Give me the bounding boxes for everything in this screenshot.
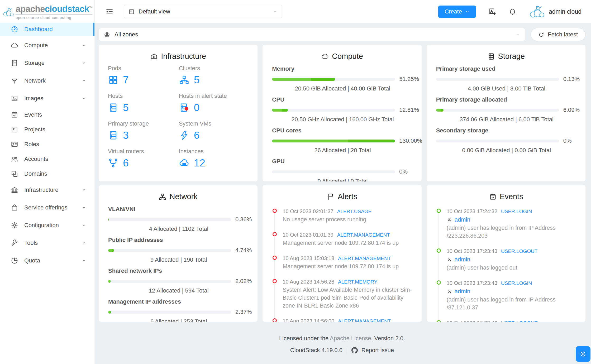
bell-icon[interactable] <box>508 8 517 16</box>
apache-license-link[interactable]: Apache License <box>330 335 371 342</box>
stat-value-row[interactable]: 7 <box>108 74 179 86</box>
stat-value-row[interactable]: 3 <box>108 130 179 141</box>
bank-icon <box>11 186 18 194</box>
stat-value-row[interactable]: 12 <box>179 157 250 169</box>
progress-fill <box>108 249 114 252</box>
reload-icon <box>538 32 544 38</box>
stat-value: 0 <box>194 102 200 113</box>
timeline-dot-icon <box>437 280 441 285</box>
stat-value-row[interactable]: 6 <box>108 157 179 169</box>
dashboard-icon <box>11 25 18 33</box>
sidebar-item-roles[interactable]: Roles <box>0 138 94 151</box>
sidebar-item-label: Infrastructure <box>24 186 75 193</box>
chevron-down-icon <box>81 205 87 210</box>
blocks-icon <box>11 170 18 178</box>
item-type-link[interactable]: USER.LOGIN <box>501 209 532 214</box>
item-type-link[interactable]: ALERT.MANAGEMENT <box>337 232 390 238</box>
calendar-check-icon <box>11 111 18 119</box>
sidebar: apachecloudstack™ open source cloud comp… <box>0 0 95 364</box>
sidebar-item-projects[interactable]: Projects <box>0 123 94 136</box>
brand-logo[interactable]: apachecloudstack™ open source cloud comp… <box>0 0 94 23</box>
menu-fold-icon[interactable] <box>105 7 114 16</box>
progress-track <box>436 78 559 81</box>
item-user-link[interactable]: admin <box>455 215 470 224</box>
stat-label: Hosts <box>108 93 179 99</box>
view-select[interactable]: Default view <box>124 5 282 18</box>
events-card-title: Events <box>427 185 585 202</box>
item-type-link[interactable]: USER.LOGOUT <box>501 248 537 254</box>
item-timestamp: 10 Aug 2023 14:56:28 <box>283 279 334 285</box>
report-issue-link[interactable]: Report issue <box>361 347 394 354</box>
item-type-link[interactable]: ALERT.MEMORY <box>338 279 377 285</box>
sidebar-item-storage[interactable]: Storage <box>0 55 94 71</box>
stat-instances: Instances12 <box>179 148 250 169</box>
item-type-link[interactable]: USER.LOGOUT <box>501 320 537 322</box>
stat-value-row[interactable]: 5 <box>179 74 250 86</box>
item-user-link[interactable]: admin <box>455 287 470 296</box>
item-type-link[interactable]: ALERT.USAGE <box>337 209 372 214</box>
primary-storage-icon <box>108 130 118 141</box>
stat-value-row[interactable]: 5 <box>108 102 179 113</box>
stat-value-row[interactable]: 0 <box>179 102 250 113</box>
sidebar-item-compute[interactable]: Compute <box>0 37 94 53</box>
alert-item: 10 Oct 2023 02:01:37ALERT.USAGENo usage … <box>273 207 414 223</box>
brand-trademark: ™ <box>89 6 93 9</box>
compute-card: Compute Memory51.25%20.50 GiB Allocated … <box>263 45 421 181</box>
item-type-link[interactable]: ALERT.MANAGEMENT <box>338 256 391 261</box>
meter-bar-row: 0.13% <box>436 76 581 83</box>
meter-management-ip-addresses: Management IP addresses2.37%6 Allocated … <box>99 298 258 322</box>
sidebar-item-tools[interactable]: Tools <box>0 235 94 251</box>
network-card-title: Network <box>99 185 258 202</box>
progress-fill <box>108 311 111 314</box>
fetch-latest-button[interactable]: Fetch latest <box>531 28 585 41</box>
sidebar-item-quota[interactable]: Quota <box>0 253 94 269</box>
sidebar-item-service-offerings[interactable]: Service offerings <box>0 200 94 215</box>
sidebar-item-infrastructure[interactable]: Infrastructure <box>0 182 94 198</box>
sidebar-item-accounts[interactable]: Accounts <box>0 152 94 166</box>
chevron-down-icon <box>81 60 87 66</box>
user-name[interactable]: admin cloud <box>549 8 582 15</box>
item-type-link[interactable]: USER.LOGIN <box>501 280 532 286</box>
meter-shared-network-ips: Shared network IPs2.02%12 Allocated | 59… <box>99 267 258 294</box>
translate-icon[interactable] <box>488 8 496 16</box>
meter-subtext: 12 Allocated | 594 Total <box>104 287 253 294</box>
meter-label: Secondary storage <box>436 127 581 134</box>
zone-select[interactable]: All zones <box>99 28 525 41</box>
license-line: Licensed under the Apache License, Versi… <box>99 335 585 342</box>
alerts-card: Alerts 10 Oct 2023 02:01:37ALERT.USAGENo… <box>263 185 421 322</box>
sidebar-item-configuration[interactable]: Configuration <box>0 217 94 233</box>
meter-subtext: 4 Allocated | 1102 Total <box>104 226 253 232</box>
meter-primary-storage-allocated: Primary storage allocated6.09%374.06 GiB… <box>427 96 585 123</box>
item-type-link[interactable]: ALERT.MANAGEMENT <box>338 318 391 322</box>
timeline-dot-icon <box>437 248 441 253</box>
create-button[interactable]: Create <box>438 6 476 18</box>
meter-subtext: 374.06 GiB Allocated | 6.00 TiB Total <box>432 116 581 123</box>
zone-toolbar: All zones Fetch latest <box>99 28 585 41</box>
meter-subtext: 0.00 GiB Allocated | 0.00 GiB Total <box>432 147 581 154</box>
chevron-down-icon <box>81 78 87 83</box>
main-column: Default view Create <box>95 0 591 364</box>
sidebar-item-network[interactable]: Network <box>0 73 94 89</box>
stat-value-row[interactable]: 6 <box>179 130 250 141</box>
meter-primary-storage-used: Primary storage used0.13%4.00 GiB Used |… <box>427 65 585 92</box>
meter-public-ip-addresses: Public IP addresses4.74%9 Allocated | 19… <box>99 237 258 263</box>
sidebar-item-dashboard[interactable]: Dashboard <box>0 23 94 36</box>
sidebar-item-domains[interactable]: Domains <box>0 167 94 180</box>
stat-hosts-in-alert-state: Hosts in alert state0 <box>179 93 250 113</box>
sidebar-item-label: Storage <box>24 60 75 66</box>
sidebar-item-images[interactable]: Images <box>0 90 94 106</box>
item-time-row: 10 Oct 2023 02:01:37ALERT.USAGE <box>283 207 414 215</box>
sidebar-item-events[interactable]: Events <box>0 108 94 121</box>
settings-fab-button[interactable] <box>576 346 590 362</box>
progress-track <box>272 78 395 81</box>
user-avatar-mascot[interactable] <box>528 5 546 18</box>
chevron-down-icon <box>81 43 87 48</box>
chevron-down-icon <box>81 258 87 263</box>
progress-fill <box>436 78 436 81</box>
item-user-link[interactable]: admin <box>455 255 470 264</box>
progress-track <box>108 218 231 221</box>
progress-track <box>436 140 559 142</box>
meter-secondary-storage: Secondary storage0%0.00 GiB Allocated | … <box>427 127 585 154</box>
database-icon <box>487 52 495 60</box>
calendar-check-icon <box>489 193 497 201</box>
